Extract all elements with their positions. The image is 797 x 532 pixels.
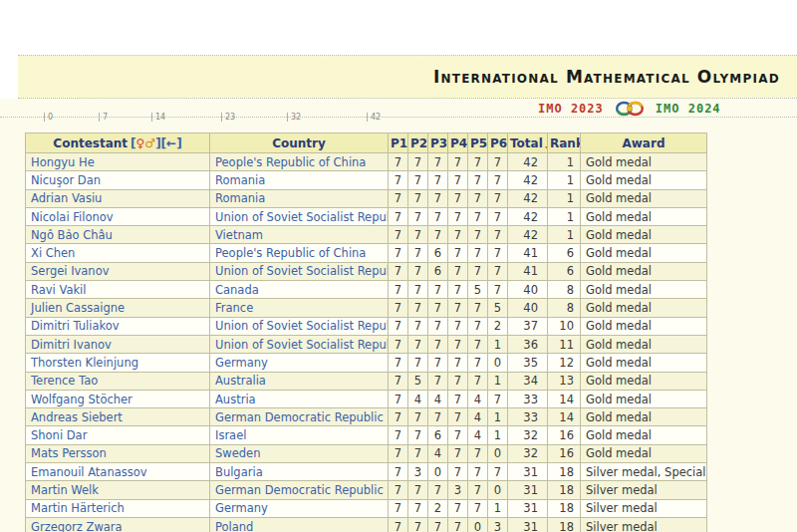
score-p1: 7 (389, 408, 408, 426)
rank-value: 14 (548, 390, 581, 407)
total-score: 42 (508, 207, 548, 225)
contestant-name-link[interactable]: Nicolai Filonov (26, 207, 210, 225)
country-link[interactable]: Romania (210, 189, 389, 207)
country-link[interactable]: Austria (210, 390, 389, 407)
table-row: Martin Härterich Germany 7 7 2 7 7 1 31 … (26, 499, 707, 517)
contestant-name-link[interactable]: Thorsten Kleinjung (26, 354, 210, 372)
contestant-name-link[interactable]: Sergei Ivanov (26, 262, 210, 280)
contestant-name-link[interactable]: Grzegorz Zwara (26, 517, 210, 532)
contestant-name-link[interactable]: Xi Chen (26, 244, 210, 262)
score-p6: 7 (488, 262, 508, 280)
imo-logo-icon[interactable] (614, 100, 646, 118)
award-label: Gold medal (581, 262, 707, 280)
score-p6: 7 (488, 463, 508, 481)
rank-value: 18 (548, 499, 581, 517)
contestant-name-link[interactable]: Martin Härterich (26, 499, 210, 517)
country-link[interactable]: Germany (210, 354, 389, 372)
rank-value: 8 (548, 281, 581, 299)
contestant-name-link[interactable]: Emanouil Atanassov (26, 463, 210, 481)
country-link[interactable]: Union of Soviet Socialist Republics (210, 335, 389, 353)
imo-year-nav: IMO 2023 IMO 2024 (538, 101, 721, 117)
column-header-p3[interactable]: P3 (428, 133, 448, 153)
country-link[interactable]: German Democratic Republic (210, 408, 389, 426)
country-link[interactable]: Poland (210, 517, 389, 532)
contestant-name-link[interactable]: Terence Tao (26, 372, 210, 390)
contestant-name-link[interactable]: Julien Cassaigne (26, 299, 210, 317)
column-header-contestant[interactable]: Contestant[♀♂][←] (26, 133, 210, 153)
score-p3: 7 (428, 281, 448, 299)
table-row: Julien Cassaigne France 7 7 7 7 7 5 40 8… (26, 299, 707, 317)
column-header-p2[interactable]: P2 (408, 133, 428, 153)
link-imo-2024[interactable]: IMO 2024 (656, 102, 721, 116)
link-imo-2023[interactable]: IMO 2023 (538, 102, 604, 116)
country-link[interactable]: Vietnam (210, 226, 389, 244)
rank-value: 1 (548, 171, 581, 189)
country-link[interactable]: Romania (210, 171, 389, 189)
contestant-name-link[interactable]: Mats Persson (26, 444, 210, 462)
total-score: 36 (508, 335, 548, 353)
total-score: 41 (508, 262, 548, 280)
score-p1: 7 (389, 335, 408, 353)
score-p4: 3 (448, 481, 468, 499)
contestant-name-link[interactable]: Nicuşor Dan (26, 171, 210, 189)
back-arrow-icon[interactable]: ← (166, 136, 176, 150)
column-header-p1[interactable]: P1 (389, 133, 408, 153)
contestant-name-link[interactable]: Dimitri Ivanov (26, 335, 210, 353)
country-link[interactable]: Sweden (210, 444, 389, 462)
contestant-name-link[interactable]: Ngô Bảo Châu (26, 226, 210, 244)
table-row: Dimitri Ivanov Union of Soviet Socialist… (26, 335, 707, 353)
score-p6: 7 (488, 281, 508, 299)
table-row: Dimitri Tuliakov Union of Soviet Sociali… (26, 317, 707, 335)
score-p1: 7 (389, 426, 408, 444)
contestant-name-link[interactable]: Dimitri Tuliakov (26, 317, 210, 335)
table-row: Adrian Vasiu Romania 7 7 7 7 7 7 42 1 Go… (26, 189, 707, 207)
column-header-total[interactable]: Total (508, 133, 548, 153)
country-link[interactable]: Union of Soviet Socialist Republics (210, 317, 389, 335)
score-p1: 7 (389, 262, 408, 280)
column-header-country[interactable]: Country (210, 133, 389, 153)
rank-value: 16 (548, 426, 581, 444)
score-p4: 7 (448, 281, 468, 299)
column-header-p6[interactable]: P6 (488, 133, 508, 153)
score-p3: 7 (428, 517, 448, 532)
score-p4: 7 (448, 372, 468, 390)
country-link[interactable]: Australia (210, 372, 389, 390)
contestant-name-link[interactable]: Martin Welk (26, 481, 210, 499)
column-header-rank[interactable]: Rank (548, 133, 581, 153)
table-row: Emanouil Atanassov Bulgaria 7 3 0 7 7 7 … (26, 463, 707, 481)
country-link[interactable]: Israel (210, 426, 389, 444)
contestant-name-link[interactable]: Wolfgang Stöcher (26, 390, 210, 407)
country-link[interactable]: Canada (210, 281, 389, 299)
country-link[interactable]: Germany (210, 499, 389, 517)
column-header-p5[interactable]: P5 (468, 133, 488, 153)
male-icon[interactable]: ♂ (144, 136, 155, 150)
score-p2: 7 (408, 189, 428, 207)
score-p4: 7 (448, 335, 468, 353)
total-score: 34 (508, 372, 548, 390)
score-p5: 5 (468, 281, 488, 299)
country-link[interactable]: Union of Soviet Socialist Republics (210, 262, 389, 280)
country-link[interactable]: People's Republic of China (210, 244, 389, 262)
contestant-name-link[interactable]: Shoni Dar (26, 426, 210, 444)
score-p2: 7 (408, 153, 428, 171)
country-link[interactable]: France (210, 299, 389, 317)
column-header-p4[interactable]: P4 (448, 133, 468, 153)
score-p5: 7 (468, 189, 488, 207)
column-header-award[interactable]: Award (581, 133, 707, 153)
contestant-name-link[interactable]: Andreas Siebert (26, 408, 210, 426)
country-link[interactable]: People's Republic of China (210, 153, 389, 171)
rank-value: 13 (548, 372, 581, 390)
total-score: 35 (508, 354, 548, 372)
contestant-name-link[interactable]: Hongyu He (26, 153, 210, 171)
total-score: 42 (508, 153, 548, 171)
country-link[interactable]: Bulgaria (210, 463, 389, 481)
score-p1: 7 (389, 372, 408, 390)
rank-value: 1 (548, 226, 581, 244)
total-score: 31 (508, 463, 548, 481)
country-link[interactable]: German Democratic Republic (210, 481, 389, 499)
contestant-name-link[interactable]: Adrian Vasiu (26, 189, 210, 207)
country-link[interactable]: Union of Soviet Socialist Republics (210, 207, 389, 225)
score-p6: 0 (488, 444, 508, 462)
rank-value: 6 (548, 244, 581, 262)
contestant-name-link[interactable]: Ravi Vakil (26, 281, 210, 299)
